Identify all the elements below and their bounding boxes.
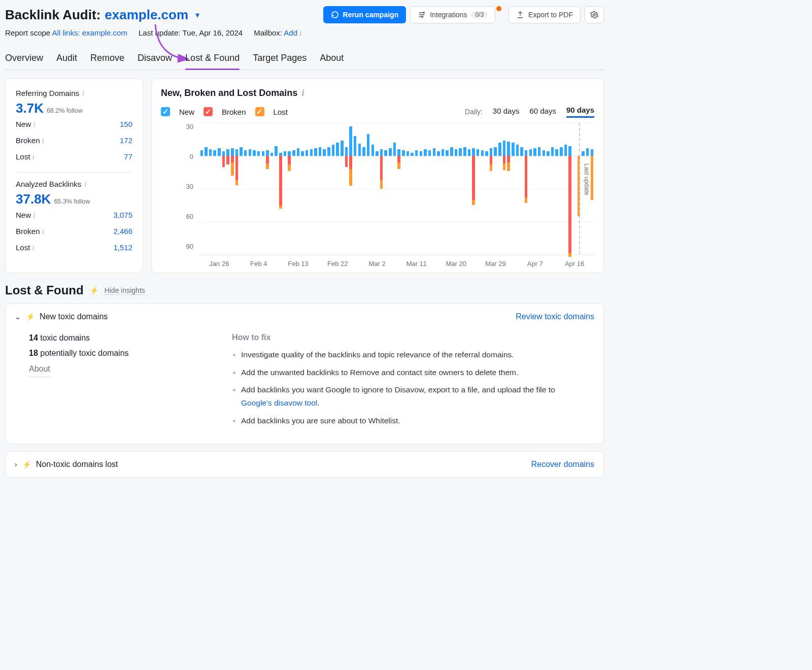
bolt-icon: ⚡ <box>26 313 35 321</box>
tab-audit[interactable]: Audit <box>56 48 77 70</box>
upload-icon <box>516 11 524 19</box>
bl-follow-pct: 65.3% follow <box>54 198 90 205</box>
potentially-toxic-count: 18 <box>29 349 38 357</box>
fix-step: Add the unwanted backlinks to Remove and… <box>241 366 580 379</box>
metric-value-link[interactable]: 77 <box>124 152 132 161</box>
info-icon[interactable]: i <box>301 88 304 98</box>
rerun-button[interactable]: Rerun campaign <box>323 6 407 23</box>
last-update-marker: Last update <box>583 163 590 195</box>
insight-header[interactable]: › ⚡ Non-toxic domains lost Recover domai… <box>6 452 603 477</box>
settings-button[interactable] <box>585 6 604 23</box>
metric-key: New i <box>16 120 35 129</box>
pot-toxic-label: potentially toxic domains <box>38 349 129 357</box>
bl-row-new: New i3,075 <box>16 207 132 223</box>
integrations-button[interactable]: Integrations 0/3 <box>410 6 495 23</box>
svg-point-2 <box>593 14 595 16</box>
range-60days[interactable]: 60 days <box>529 107 556 117</box>
info-icon[interactable]: i <box>299 29 301 37</box>
about-link[interactable]: About <box>29 361 50 377</box>
gear-icon <box>590 11 598 19</box>
fix-step: Add backlinks you want Google to ignore … <box>241 383 580 410</box>
chart-x-axis: Jan 26Feb 4Feb 13Feb 22Mar 2Mar 11Mar 20… <box>199 260 594 267</box>
ref-follow-pct: 68.2% follow <box>47 107 83 114</box>
export-pdf-button[interactable]: Export to PDF <box>509 6 581 23</box>
ref-row-broken: Broken i172 <box>16 132 132 149</box>
legend-new-label: New <box>179 108 194 116</box>
info-icon[interactable]: i <box>33 120 35 128</box>
lost-found-heading: Lost & Found <box>5 283 84 297</box>
recover-domains-link[interactable]: Recover domains <box>531 460 595 469</box>
refresh-icon <box>331 11 339 19</box>
page-title: Backlink Audit: <box>5 7 100 23</box>
info-icon[interactable]: i <box>84 180 86 188</box>
insight-new-toxic: ⌄ ⚡ New toxic domains Review toxic domai… <box>5 304 604 444</box>
legend-broken-label: Broken <box>222 108 246 116</box>
chart-legend: ✓New ✓Broken ✓Lost <box>161 107 288 116</box>
bolt-icon: ⚡ <box>90 286 98 294</box>
campaign-domain[interactable]: example.com <box>105 7 188 23</box>
metric-value-link[interactable]: 2,466 <box>113 227 132 236</box>
toxic-count: 14 <box>29 333 38 342</box>
ref-row-new: New i150 <box>16 116 132 132</box>
metric-key: Broken i <box>16 227 44 236</box>
metric-value-link[interactable]: 1,512 <box>113 243 132 252</box>
info-icon[interactable]: i <box>42 137 44 145</box>
scope-all-links[interactable]: All links: <box>52 28 80 37</box>
info-icon[interactable]: i <box>82 89 84 97</box>
scope-domain-link[interactable]: example.com <box>82 28 127 37</box>
export-label: Export to PDF <box>528 11 573 19</box>
nav-tabs: OverviewAuditRemoveDisavowLost & FoundTa… <box>5 48 604 70</box>
tab-target-pages[interactable]: Target Pages <box>253 48 307 70</box>
range-30days[interactable]: 30 days <box>493 107 520 117</box>
insight-title: Non-toxic domains lost <box>36 460 118 469</box>
chevron-down-icon: ⌄ <box>15 313 21 321</box>
bolt-icon: ⚡ <box>22 460 31 468</box>
daily-label: Daily: <box>465 108 483 116</box>
insight-title: New toxic domains <box>40 312 108 321</box>
tab-overview[interactable]: Overview <box>5 48 43 70</box>
mailbox-add-link[interactable]: Add <box>284 28 297 37</box>
info-icon[interactable]: i <box>32 153 35 161</box>
rerun-label: Rerun campaign <box>343 11 399 19</box>
legend-toggle-new[interactable]: ✓ <box>161 107 170 116</box>
legend-toggle-broken[interactable]: ✓ <box>204 107 213 116</box>
metric-value-link[interactable]: 150 <box>120 120 132 129</box>
range-90days[interactable]: 90 days <box>566 106 594 118</box>
bl-row-lost: Lost i1,512 <box>16 240 132 256</box>
chevron-down-icon[interactable]: ▾ <box>195 10 199 20</box>
referring-domains-total[interactable]: 3.7K <box>16 100 44 116</box>
svg-point-1 <box>422 16 423 18</box>
insight-header[interactable]: ⌄ ⚡ New toxic domains Review toxic domai… <box>6 304 603 329</box>
hide-insights-link[interactable]: Hide insights <box>105 286 145 295</box>
analyzed-backlinks-heading: Analyzed Backlinksi <box>16 180 132 188</box>
report-scope-label: Report scope All links: example.com <box>5 28 127 38</box>
chart-y-axis: 300306090 <box>183 123 193 250</box>
info-icon[interactable]: i <box>32 244 35 252</box>
fix-step: Investigate quality of the backlinks and… <box>241 348 580 361</box>
metric-key: Lost i <box>16 243 35 252</box>
toxic-label: toxic domains <box>38 333 90 342</box>
legend-lost-label: Lost <box>274 108 288 116</box>
info-icon[interactable]: i <box>42 227 44 236</box>
chart-plot[interactable]: Last update <box>199 123 594 255</box>
info-icon[interactable]: i <box>33 211 35 219</box>
tab-lost-found[interactable]: Lost & Found <box>185 48 240 70</box>
metric-value-link[interactable]: 172 <box>120 136 132 145</box>
review-toxic-link[interactable]: Review toxic domains <box>516 312 594 321</box>
ref-row-lost: Lost i77 <box>16 149 132 165</box>
metric-key: Lost i <box>16 152 35 161</box>
mailbox: Mailbox: Add i <box>254 28 301 38</box>
chart-title: New, Broken and Lost Domains <box>161 88 297 98</box>
tab-remove[interactable]: Remove <box>90 48 124 70</box>
disavow-tool-link[interactable]: Google's disavow tool <box>241 398 317 407</box>
metric-key: Broken i <box>16 136 44 145</box>
bl-row-broken: Broken i2,466 <box>16 223 132 240</box>
tab-disavow[interactable]: Disavow <box>138 48 172 70</box>
metric-value-link[interactable]: 3,075 <box>113 211 132 220</box>
fix-step: Add backlinks you are sure about to Whit… <box>241 414 580 427</box>
analyzed-backlinks-total[interactable]: 37.8K <box>16 191 51 207</box>
tab-about[interactable]: About <box>320 48 344 70</box>
sliders-icon <box>418 11 426 19</box>
legend-toggle-lost[interactable]: ✓ <box>255 107 264 116</box>
integrations-count-badge: 0/3 <box>471 11 488 18</box>
